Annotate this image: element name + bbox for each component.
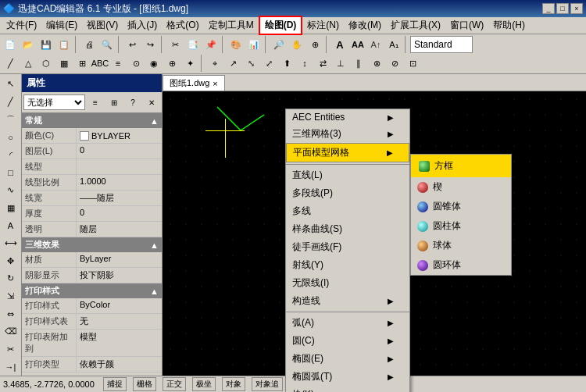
lt-line[interactable]: ╱	[2, 94, 20, 111]
submenu-wedge[interactable]: 楔	[411, 177, 511, 197]
lt-spline[interactable]: ∿	[2, 182, 20, 199]
draw10-btn[interactable]: ⊕	[163, 55, 180, 72]
zoom-btn[interactable]: 🔎	[270, 36, 288, 53]
snap4-btn[interactable]: ⤢	[260, 55, 277, 72]
menu-spline[interactable]: 样条曲线(S)	[286, 220, 409, 238]
matchprop-btn[interactable]: 🎨	[227, 36, 245, 53]
object-select[interactable]: 无选择	[23, 94, 85, 110]
snap5-btn[interactable]: ⬆	[278, 55, 295, 72]
lt-hatch[interactable]: ▦	[2, 199, 20, 216]
draw4-btn[interactable]: ▦	[55, 55, 73, 72]
menu-dim[interactable]: 标注(N)	[302, 17, 344, 34]
text2-btn[interactable]: AA	[349, 36, 366, 53]
lt-rect[interactable]: □	[2, 164, 20, 181]
text4-btn[interactable]: A₁	[385, 36, 402, 53]
open-btn[interactable]: 📂	[20, 36, 37, 53]
menu-insert[interactable]: 插入(J)	[123, 17, 162, 34]
snap2-btn[interactable]: ↗	[224, 55, 241, 72]
section-3d[interactable]: 三维效果 ▲	[22, 237, 162, 252]
osnap-btn[interactable]: 对象	[222, 377, 245, 391]
prop-list-btn[interactable]: ≡	[87, 94, 104, 111]
draw-menu[interactable]: AEC Entities ▶ 三维网格(3) ▶ 平面模型网格 ▶ 直线(L) …	[285, 109, 410, 392]
lt-text[interactable]: A	[2, 217, 20, 234]
flat-mesh-submenu[interactable]: 方框 楔 圆锥体 圆柱体 球体 圆环体	[410, 154, 512, 276]
saveas-btn[interactable]: 📋	[55, 36, 73, 53]
lt-circle[interactable]: ○	[2, 129, 20, 146]
menu-aec-entities[interactable]: AEC Entities ▶	[286, 109, 409, 125]
snap9-btn[interactable]: ∥	[350, 55, 367, 72]
menu-ray[interactable]: 射线(Y)	[286, 256, 409, 274]
drawing-tab-1[interactable]: 图纸1.dwg ×	[163, 75, 225, 91]
submenu-box[interactable]: 方框	[411, 155, 511, 177]
menu-multiline[interactable]: 多线	[286, 202, 409, 220]
menu-window[interactable]: 窗口(W)	[445, 17, 488, 34]
print-btn[interactable]: 🖨	[80, 36, 98, 53]
style-dropdown[interactable]: Standard	[410, 36, 473, 53]
lt-trim[interactable]: ✂	[2, 341, 20, 358]
menu-draw[interactable]: 绘图(D)	[259, 16, 303, 35]
section-general[interactable]: 常规 ▲	[22, 113, 162, 128]
copy-btn[interactable]: 📑	[184, 36, 202, 53]
prop-help-btn[interactable]: ?	[124, 94, 141, 111]
text-btn[interactable]: A	[331, 36, 348, 53]
lt-dim[interactable]: ⟷	[2, 235, 20, 252]
menu-freehand[interactable]: 徒手画线(F)	[286, 238, 409, 256]
pan-btn[interactable]: ✋	[288, 36, 306, 53]
draw11-btn[interactable]: ✦	[181, 55, 198, 72]
submenu-cone[interactable]: 圆锥体	[411, 197, 511, 216]
snap1-btn[interactable]: ⌖	[206, 55, 223, 72]
draw1-btn[interactable]: ╱	[2, 55, 19, 72]
undo-btn[interactable]: ↩	[123, 36, 141, 53]
draw3-btn[interactable]: ⬡	[38, 55, 55, 72]
draw5-btn[interactable]: ⊞	[73, 55, 91, 72]
lt-arc[interactable]: ◜	[2, 147, 20, 164]
lt-erase[interactable]: ⌫	[2, 323, 20, 340]
snap-btn[interactable]: 捕捉	[103, 377, 127, 391]
snap11-btn[interactable]: ⊘	[386, 55, 403, 72]
submenu-sphere[interactable]: 球体	[411, 236, 511, 255]
menu-line[interactable]: 直线(L)	[286, 166, 409, 184]
preview-btn[interactable]: 🔍	[98, 36, 116, 53]
section-print[interactable]: 打印样式 ▲	[22, 283, 162, 298]
menu-conline[interactable]: 构造线 ▶	[286, 292, 409, 310]
grid-btn[interactable]: 栅格	[133, 377, 156, 391]
snap7-btn[interactable]: ⇄	[314, 55, 331, 72]
close-button[interactable]: ×	[570, 3, 583, 14]
menu-polyline[interactable]: 多段线(P)	[286, 184, 409, 202]
text3-btn[interactable]: A↑	[367, 36, 384, 53]
prop-icon-btn[interactable]: ⊞	[105, 94, 123, 111]
window-controls[interactable]: _ □ ×	[542, 3, 583, 14]
draw2-btn[interactable]: △	[20, 55, 37, 72]
minimize-button[interactable]: _	[542, 3, 555, 14]
lt-extend[interactable]: →|	[2, 358, 20, 376]
menu-3d-mesh[interactable]: 三维网格(3) ▶	[286, 125, 409, 143]
menu-ellipse-arc[interactable]: 椭圆弧(T) ▶	[286, 368, 409, 386]
cut-btn[interactable]: ✂	[166, 36, 184, 53]
prop-close-btn[interactable]: ✕	[143, 94, 160, 111]
lt-polyline[interactable]: ⌒	[2, 111, 20, 128]
lt-rotate[interactable]: ↻	[2, 270, 20, 287]
snap8-btn[interactable]: ⊥	[332, 55, 349, 72]
new-btn[interactable]: 📄	[2, 36, 19, 53]
menu-custom[interactable]: 定制工具M	[204, 17, 259, 34]
menu-xline[interactable]: 无限线(I)	[286, 274, 409, 292]
menu-file[interactable]: 文件(F)	[2, 17, 41, 34]
submenu-torus[interactable]: 圆环体	[411, 255, 511, 275]
menu-edit[interactable]: 编辑(E)	[41, 17, 82, 34]
snap12-btn[interactable]: ⊡	[404, 55, 421, 72]
menu-block[interactable]: 块(K) ▶	[286, 386, 409, 392]
draw8-btn[interactable]: ⊙	[127, 55, 145, 72]
lt-scale[interactable]: ⇲	[2, 288, 20, 305]
save-btn[interactable]: 💾	[38, 36, 55, 53]
polar-btn[interactable]: 极坐	[192, 377, 216, 391]
lt-move[interactable]: ✥	[2, 252, 20, 269]
drawing-tab-close[interactable]: ×	[213, 79, 217, 88]
menu-format[interactable]: 格式(O)	[162, 17, 203, 34]
menu-circle[interactable]: 圆(C) ▶	[286, 332, 409, 350]
otrack-btn[interactable]: 对象追	[252, 377, 283, 391]
submenu-cylinder[interactable]: 圆柱体	[411, 216, 511, 236]
snap10-btn[interactable]: ⊗	[368, 55, 385, 72]
draw7-btn[interactable]: ≡	[109, 55, 127, 72]
menu-help[interactable]: 帮助(H)	[488, 17, 530, 34]
lt-mirror[interactable]: ⇔	[2, 305, 20, 323]
